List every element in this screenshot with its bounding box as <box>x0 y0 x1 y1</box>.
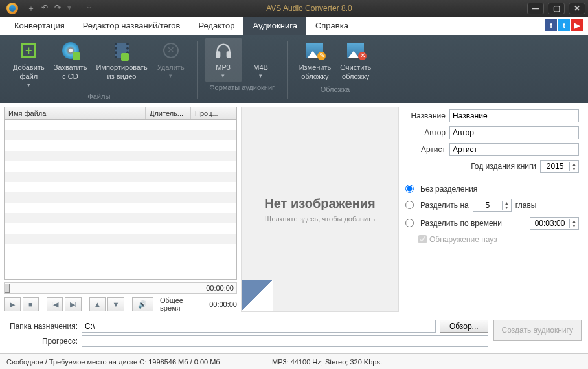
headphones-icon <box>213 40 234 61</box>
progress-bar <box>82 335 488 347</box>
file-list-header: Имя файла Длитель... Проц... <box>5 107 236 120</box>
radio-no-split[interactable] <box>405 184 414 193</box>
apple-icon <box>251 40 271 61</box>
cover-delete-icon: ✕ <box>345 40 366 61</box>
format-mp3-button[interactable]: MP3 <box>205 38 242 82</box>
film-icon <box>111 40 132 61</box>
status-disk: Свободное / Требуемое место на диске C: … <box>6 358 220 366</box>
quick-redo-icon[interactable]: ↷ <box>54 3 61 14</box>
statusbar: Свободное / Требуемое место на диске C: … <box>0 353 588 369</box>
minimize-button[interactable]: — <box>527 3 544 14</box>
split-chapters-label: Разделить на <box>420 201 469 210</box>
clear-cover-button[interactable]: ✕ Очистить обложку <box>336 38 375 84</box>
no-split-label: Без разделения <box>420 184 477 194</box>
time-input[interactable] <box>530 219 569 228</box>
cover-dropzone[interactable]: Нет изображения Щелкните здесь, чтобы до… <box>241 107 399 312</box>
title-label: Название <box>403 111 446 120</box>
artist-input[interactable] <box>449 143 579 156</box>
progress-label: Прогресс: <box>6 337 78 346</box>
group-formats-label: Форматы аудиокниг <box>209 82 275 94</box>
dest-label: Папка назначения: <box>6 322 78 331</box>
no-image-label: Нет изображения <box>264 196 375 211</box>
cd-icon <box>60 40 81 61</box>
move-down-button[interactable]: ▼ <box>107 297 124 311</box>
twitter-icon[interactable]: t <box>558 19 570 31</box>
year-input[interactable] <box>541 162 569 171</box>
dest-input[interactable] <box>82 320 436 333</box>
import-video-button[interactable]: Импортировать из видео <box>92 38 151 91</box>
plus-icon: + <box>18 40 39 61</box>
quick-more-icon[interactable]: ▾ <box>67 3 71 14</box>
chapters-word: главы <box>515 201 537 210</box>
year-down[interactable]: ▼ <box>570 166 578 171</box>
title-input[interactable] <box>449 109 579 122</box>
radio-split-chapters[interactable] <box>405 201 414 209</box>
detect-pause-checkbox <box>418 235 427 243</box>
stop-button[interactable]: ■ <box>23 297 40 311</box>
close-button[interactable]: ✕ <box>569 3 585 14</box>
click-hint-label: Щелкните здесь, чтобы добавить <box>265 215 375 223</box>
split-time-label: Разделить по времени <box>420 219 502 228</box>
total-time-value: 00:00:00 <box>209 300 237 308</box>
tab-audiobook[interactable]: Аудиокнига <box>243 17 306 35</box>
wifi-icon: ⌔ <box>87 3 91 14</box>
timeline-time: 00:00:00 <box>206 284 234 292</box>
year-up[interactable]: ▲ <box>570 162 578 166</box>
format-m4b-button[interactable]: M4B <box>243 38 279 82</box>
change-cover-button[interactable]: ✎ Изменить обложку <box>295 38 335 84</box>
delete-icon: ✕ <box>161 40 181 61</box>
chapters-spinner[interactable]: ▲▼ <box>473 199 512 212</box>
quick-add-icon[interactable]: ＋ <box>27 3 35 14</box>
group-cover-label: Обложка <box>321 84 350 96</box>
tab-editor[interactable]: Редактор <box>189 17 243 35</box>
chapters-input[interactable] <box>473 201 502 210</box>
fold-corner-icon <box>242 280 273 311</box>
play-button[interactable]: ▶ <box>4 297 21 311</box>
col-duration[interactable]: Длитель... <box>146 107 191 119</box>
prev-button[interactable]: I◀ <box>47 297 63 311</box>
cover-edit-icon: ✎ <box>304 40 325 61</box>
timeline-knob[interactable] <box>5 284 10 293</box>
ribbon: + Добавить файл Захватить с CD Импортиро… <box>0 35 588 103</box>
delete-button: ✕ Удалить <box>153 38 189 91</box>
quick-undo-icon[interactable]: ↶ <box>41 3 48 14</box>
tab-help[interactable]: Справка <box>306 17 357 35</box>
author-input[interactable] <box>449 126 579 139</box>
status-format: MP3: 44100 Hz; Stereo; 320 Kbps. <box>272 358 382 366</box>
tab-tag-editor[interactable]: Редактор названий/тегов <box>74 17 190 35</box>
timeline-slider[interactable]: 00:00:00 <box>4 282 237 294</box>
add-file-button[interactable]: + Добавить файл <box>9 38 49 91</box>
year-label: Год издания книги <box>471 162 536 171</box>
time-spinner[interactable]: ▲▼ <box>530 217 579 230</box>
next-button[interactable]: ▶I <box>65 297 82 311</box>
year-spinner[interactable]: ▲▼ <box>540 160 579 173</box>
author-label: Автор <box>403 128 446 137</box>
menu-tabs: Конвертация Редактор названий/тегов Реда… <box>0 17 588 35</box>
col-extra[interactable] <box>223 107 236 119</box>
volume-button[interactable]: 🔊 <box>132 297 153 311</box>
app-icon <box>6 3 18 14</box>
file-rows <box>5 120 236 257</box>
svg-rect-0 <box>216 52 220 57</box>
move-up-button[interactable]: ▲ <box>89 297 106 311</box>
browse-button[interactable]: Обзор... <box>440 320 488 333</box>
col-process[interactable]: Проц... <box>191 107 223 119</box>
file-list[interactable]: Имя файла Длитель... Проц... <box>4 107 237 280</box>
col-filename[interactable]: Имя файла <box>5 107 146 119</box>
titlebar: ＋ ↶ ↷ ▾ ⌔ AVS Audio Converter 8.0 — ▢ ✕ <box>0 0 588 17</box>
maximize-button[interactable]: ▢ <box>548 3 565 14</box>
youtube-icon[interactable]: ▶ <box>571 19 583 31</box>
artist-label: Артист <box>403 145 446 154</box>
window-title: AVS Audio Converter 8.0 <box>91 4 527 13</box>
detect-pause-label: Обнаружение пауз <box>429 235 497 244</box>
total-time-label: Общее время <box>160 296 205 312</box>
group-files-label: Файлы <box>87 91 110 103</box>
grab-cd-button[interactable]: Захватить с CD <box>50 38 91 91</box>
create-audiobook-button: Создать аудиокнигу <box>493 320 582 341</box>
facebook-icon[interactable]: f <box>545 19 557 31</box>
svg-rect-1 <box>227 52 230 57</box>
tab-convert[interactable]: Конвертация <box>5 17 74 35</box>
radio-split-time[interactable] <box>405 219 414 227</box>
